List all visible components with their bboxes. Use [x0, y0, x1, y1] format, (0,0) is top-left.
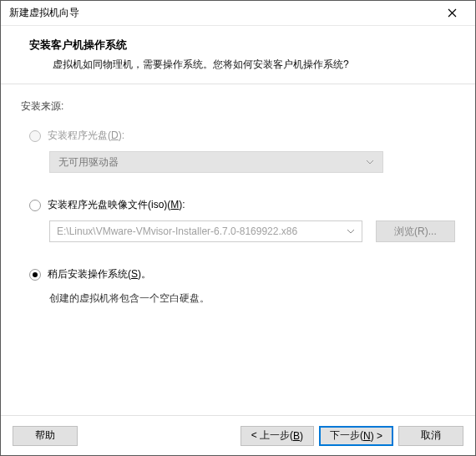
page-description: 虚拟机如同物理机，需要操作系统。您将如何安装客户机操作系统?	[29, 58, 453, 72]
wizard-header: 安装客户机操作系统 虚拟机如同物理机，需要操作系统。您将如何安装客户机操作系统?	[1, 26, 475, 84]
page-title: 安装客户机操作系统	[29, 38, 453, 53]
radio-icon[interactable]	[29, 200, 41, 211]
disc-dropdown: 无可用驱动器	[49, 151, 383, 173]
window-title: 新建虚拟机向导	[9, 6, 435, 20]
option-disc: 安装程序光盘(D):	[21, 129, 455, 143]
option-later-hint: 创建的虚拟机将包含一个空白硬盘。	[49, 291, 455, 306]
option-later[interactable]: 稍后安装操作系统(S)。	[21, 267, 455, 281]
radio-icon[interactable]	[29, 269, 41, 281]
disc-dropdown-value: 无可用驱动器	[58, 155, 119, 170]
iso-input-row: E:\Linux\VMware-VMvisor-Installer-6.7.0-…	[49, 220, 455, 242]
wizard-content: 安装来源: 安装程序光盘(D): 无可用驱动器 安装程序光盘映像文件(iso)(…	[1, 84, 475, 415]
install-source-label: 安装来源:	[21, 99, 455, 114]
help-button[interactable]: 帮助	[13, 426, 78, 446]
back-button[interactable]: < 上一步(B)	[241, 426, 314, 446]
wizard-window: 新建虚拟机向导 安装客户机操作系统 虚拟机如同物理机，需要操作系统。您将如何安装…	[0, 0, 476, 456]
option-iso[interactable]: 安装程序光盘映像文件(iso)(M):	[21, 198, 455, 212]
cancel-button[interactable]: 取消	[398, 426, 463, 446]
chevron-down-icon	[366, 160, 374, 165]
iso-path-value: E:\Linux\VMware-VMvisor-Installer-6.7.0-…	[57, 225, 297, 237]
chevron-down-icon[interactable]	[347, 229, 355, 234]
iso-path-input[interactable]: E:\Linux\VMware-VMvisor-Installer-6.7.0-…	[49, 220, 362, 242]
option-disc-label: 安装程序光盘(D):	[48, 129, 124, 143]
radio-icon	[29, 130, 41, 142]
titlebar: 新建虚拟机向导	[1, 1, 475, 26]
option-later-label: 稍后安装操作系统(S)。	[48, 267, 151, 281]
option-iso-label: 安装程序光盘映像文件(iso)(M):	[48, 198, 185, 212]
wizard-footer: 帮助 < 上一步(B) 下一步(N) > 取消	[1, 415, 475, 455]
browse-button: 浏览(R)...	[376, 220, 455, 242]
next-button[interactable]: 下一步(N) >	[319, 426, 393, 446]
close-icon[interactable]	[435, 2, 468, 25]
